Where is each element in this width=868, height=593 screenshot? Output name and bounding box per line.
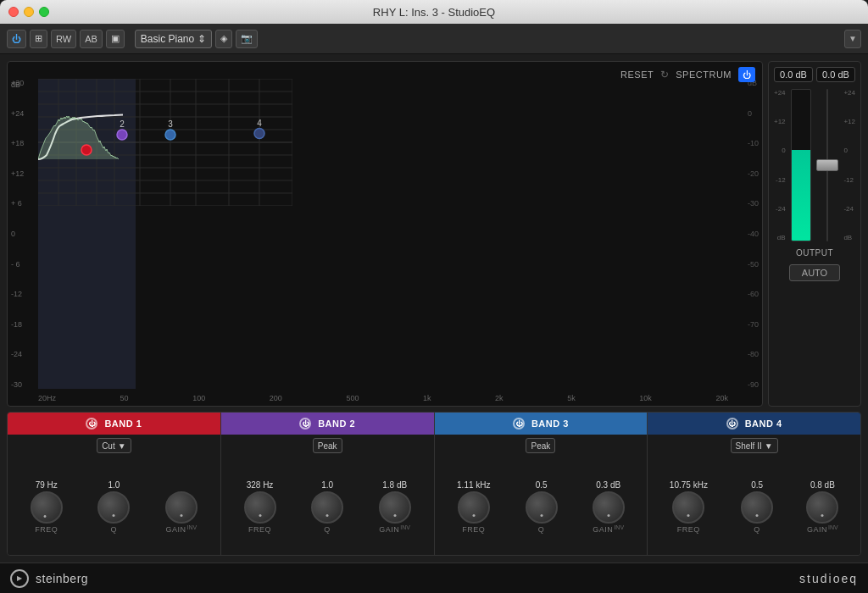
power-button[interactable]: ⏻ [7, 30, 26, 48]
band1-freq-value: 79 Hz [36, 480, 58, 490]
preset-selector[interactable]: Basic Piano ⇕ [135, 30, 212, 48]
band3-gain-label: GAIN [593, 525, 613, 534]
band2-gain-label-row: GAIN INV [379, 525, 410, 534]
band1-power-button[interactable]: ⏻ [86, 418, 97, 430]
fader-handle[interactable] [816, 159, 838, 171]
band2-gain-knob[interactable] [379, 491, 411, 524]
band1-freq-knob[interactable] [31, 491, 63, 524]
output-section: 0.0 dB 0.0 dB +24 +12 0 -12 -24 dB [768, 61, 861, 407]
band1-gain-group: GAIN INV [165, 480, 198, 534]
band3-gain-knob[interactable] [593, 491, 625, 524]
band3-gain-group: 0.3 dB GAIN INV [593, 480, 625, 534]
band3-freq-group: 1.11 kHz FREQ [457, 480, 490, 534]
band4-gain-value: 0.8 dB [810, 480, 835, 490]
band1-gain-value [181, 480, 183, 490]
band3-node[interactable] [165, 130, 175, 140]
band4-gain-group: 0.8 dB GAIN INV [806, 480, 838, 534]
band3: ⏻ BAND 3 Peak 1.11 kHz FREQ 0.5 Q [435, 413, 648, 555]
toolbar-dropdown[interactable]: ▼ [844, 30, 861, 48]
band2-knobs: 328 Hz FREQ 1.0 Q 1.8 dB GAIN INV [221, 455, 434, 555]
band1-label: BAND 1 [104, 418, 142, 429]
close-button[interactable] [8, 7, 19, 17]
band2-power-button[interactable]: ⏻ [299, 418, 311, 430]
band4-freq-knob[interactable] [672, 491, 704, 524]
eq-grid-svg: 2 3 4 [38, 79, 292, 206]
band1-node[interactable] [81, 145, 92, 155]
band4-node[interactable] [254, 129, 264, 139]
band3-type-label: Peak [531, 441, 550, 451]
band2-type-selector[interactable]: Peak [313, 438, 342, 453]
compare-button[interactable]: ◈ [215, 30, 232, 48]
band2-q-knob[interactable] [311, 491, 343, 524]
toolbar-right: ▼ [844, 30, 861, 48]
minimize-button[interactable] [24, 7, 34, 17]
product-name: studioeq [799, 572, 858, 585]
meter-fill [792, 150, 811, 241]
band4-power-button[interactable]: ⏻ [726, 418, 738, 430]
ab-button[interactable]: AB [80, 30, 103, 48]
bands-area: ⏻ BAND 1 Cut ▼ 79 Hz FREQ [7, 412, 861, 556]
band4-q-label: Q [754, 525, 760, 534]
band1-freq-label: FREQ [35, 525, 58, 534]
camera-button[interactable]: 📷 [236, 30, 258, 48]
reset-button[interactable]: RESET [620, 69, 654, 80]
band2-gain-label: GAIN [379, 525, 399, 534]
output-fader[interactable] [815, 89, 840, 241]
band2-q-value: 1.0 [321, 480, 333, 490]
band4-freq-group: 10.75 kHz FREQ [670, 480, 708, 534]
fader-rail [826, 89, 828, 241]
bypass-button[interactable]: ⊞ [30, 30, 47, 48]
spectrum-power-button[interactable]: ⏻ [738, 67, 755, 82]
band3-q-knob[interactable] [526, 491, 558, 524]
maximize-button[interactable] [39, 7, 49, 17]
band1-q-knob[interactable] [97, 491, 130, 524]
band3-header: ⏻ BAND 3 [435, 413, 648, 435]
band3-freq-label: FREQ [462, 525, 485, 534]
band2-freq-knob[interactable] [244, 491, 276, 524]
band4-type-row: Shelf II ▼ [648, 435, 860, 455]
band4-gain-label-row: GAIN INV [807, 525, 838, 534]
band1-q-group: 1.0 Q [97, 480, 130, 534]
band3-knobs: 1.11 kHz FREQ 0.5 Q 0.3 dB GAIN INV [435, 455, 648, 555]
band4-gain-knob[interactable] [806, 491, 838, 524]
band4-type-label: Shelf II [736, 441, 762, 451]
eq-display[interactable]: dB RESET ↻ SPECTRUM ⏻ +30 +24 +18 +12 + … [7, 61, 763, 407]
band1-gain-knob[interactable] [165, 491, 198, 524]
band3-type-selector[interactable]: Peak [526, 438, 555, 453]
band1-q-label: Q [111, 525, 118, 534]
band3-gain-value: 0.3 dB [596, 480, 620, 490]
band1: ⏻ BAND 1 Cut ▼ 79 Hz FREQ [8, 413, 221, 555]
title-bar: RHY L: Ins. 3 - StudioEQ [0, 0, 868, 24]
band2-q-group: 1.0 Q [311, 480, 343, 534]
band1-freq-group: 79 Hz FREQ [31, 480, 63, 534]
toolbar: ⏻ ⊞ RW AB ▣ Basic Piano ⇕ ◈ 📷 ▼ [0, 24, 868, 54]
band4-type-selector[interactable]: Shelf II ▼ [731, 438, 778, 453]
auto-button[interactable]: AUTO [789, 264, 840, 281]
band4-q-value: 0.5 [751, 480, 763, 490]
band2-gain-value: 1.8 dB [382, 480, 407, 490]
band4-freq-label: FREQ [677, 525, 700, 534]
band2-gain-group: 1.8 dB GAIN INV [379, 480, 411, 534]
db-labels-left: +30 +24 +18 +12 + 6 0 - 6 -12 -18 -24 -3… [11, 79, 24, 389]
band3-power-button[interactable]: ⏻ [513, 418, 525, 430]
band4-q-knob[interactable] [741, 491, 773, 524]
db-labels-right: dB 0 -10 -20 -30 -40 -50 -60 -70 -80 -90 [748, 79, 759, 389]
rw-button[interactable]: RW [51, 30, 76, 48]
band1-gain-label: GAIN [166, 525, 186, 534]
band2-type-label: Peak [318, 441, 337, 451]
band3-gain-label-row: GAIN INV [593, 525, 624, 534]
band1-type-selector[interactable]: Cut ▼ [97, 438, 131, 453]
band2-freq-group: 328 Hz FREQ [244, 480, 276, 534]
output-label: OUTPUT [796, 248, 833, 258]
band2-node[interactable] [117, 130, 127, 140]
spectrum-button[interactable]: SPECTRUM [676, 69, 732, 80]
output-db-display: 0.0 dB [816, 67, 855, 82]
band1-header: ⏻ BAND 1 [8, 413, 220, 435]
band2-gain-inv: INV [400, 524, 410, 530]
panel-button[interactable]: ▣ [106, 30, 125, 48]
band3-label: BAND 3 [531, 418, 569, 429]
band3-freq-knob[interactable] [458, 491, 490, 524]
band4-freq-value: 10.75 kHz [670, 480, 708, 490]
band3-label: 3 [168, 119, 173, 129]
footer-brand-left: ▶ steinberg [10, 569, 88, 588]
